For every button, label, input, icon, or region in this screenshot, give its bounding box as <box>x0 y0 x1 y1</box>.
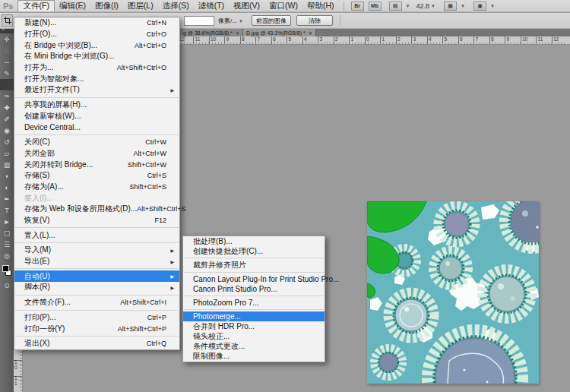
tool-button[interactable]: ✎ <box>0 68 14 79</box>
menubar-item[interactable]: 视图(V) <box>229 0 264 11</box>
menu-item-shortcut: F12 <box>154 217 166 224</box>
tool-button[interactable]: ✒ <box>0 193 14 204</box>
file-menu-item[interactable]: 打印(P)... Ctrl+P ▶ <box>14 312 179 324</box>
file-menu-item[interactable]: 打开为智能对象... ▶ <box>14 73 179 84</box>
crop-width-input[interactable] <box>184 16 214 26</box>
tool-icon: ◗ <box>5 172 8 180</box>
tool-preset-picker[interactable] <box>2 14 13 27</box>
file-menu-item[interactable]: 文件简介(F)... Alt+Shift+Ctrl+I ▶ <box>14 297 179 308</box>
file-menu-item[interactable]: 打印一份(Y) Alt+Shift+Ctrl+P ▶ <box>14 323 179 334</box>
arrange-documents-dropdown[interactable]: ▦ ▼ <box>442 2 465 11</box>
file-menu-item[interactable]: 存储(S) Ctrl+S ▶ <box>14 170 179 182</box>
tool-button[interactable]: T <box>0 204 14 216</box>
menubar-item[interactable]: 图像(I) <box>90 0 123 11</box>
menu-item-label: PhotoZoom Pro 7... <box>193 299 259 307</box>
automate-submenu-item[interactable]: Canon Layout Plug-In for Print Studio Pr… <box>183 274 325 284</box>
tool-button[interactable]: ◐ <box>0 182 14 193</box>
automate-submenu-item[interactable]: 批处理(B)... <box>183 236 325 246</box>
photoshop-logo: Ps <box>0 2 17 11</box>
automate-submenu-item[interactable]: PhotoZoom Pro 7... <box>183 298 325 308</box>
document-tab[interactable]: D.jpg @ 43.1%(RGB/8) * ✕ <box>243 29 316 36</box>
automate-submenu-item[interactable]: 限制图像... <box>183 352 325 362</box>
submenu-arrow-icon: ▶ <box>168 273 174 279</box>
tool-button[interactable]: ☰ <box>0 239 14 250</box>
file-menu-item[interactable]: 在 Mini Bridge 中浏览(G)... ▶ <box>14 51 179 62</box>
bridge-launch-icon[interactable]: Br <box>351 2 364 11</box>
horizontal-ruler-scale: 12 11 10 9 8 7 6 5 4 3 2 1 0 1 2 3 <box>178 36 568 45</box>
file-menu-item[interactable]: 打开为... Alt+Shift+Ctrl+O ▶ <box>14 62 179 74</box>
document-image[interactable] <box>367 201 539 384</box>
automate-submenu-item[interactable]: 镜头校正... <box>183 332 325 342</box>
menubar-item[interactable]: 编辑(E) <box>55 0 90 11</box>
file-menu-item[interactable]: 最近打开文件(T) ▶ <box>14 84 179 96</box>
file-menu-item[interactable]: 在 Bridge 中浏览(B)... Alt+Ctrl+O ▶ <box>14 40 179 51</box>
file-menu-item[interactable]: 关闭并转到 Bridge... Shift+Ctrl+W ▶ <box>14 159 179 170</box>
tool-button[interactable]: ↺ <box>0 136 14 147</box>
menu-item-label: 条件模式更改... <box>193 341 245 352</box>
file-menu-item[interactable]: 创建新审核(W)... ▶ <box>14 111 179 122</box>
file-menu-item[interactable]: 存储为(A)... Shift+Ctrl+S ▶ <box>14 182 179 193</box>
ruler-number: 2 <box>396 36 412 45</box>
tool-button[interactable]: ◉ <box>0 125 14 136</box>
ruler-number: 6 <box>271 36 287 45</box>
file-menu-item[interactable]: 恢复(V) F12 ▶ <box>14 215 179 226</box>
tool-button[interactable] <box>0 79 14 90</box>
close-icon[interactable]: ✕ <box>236 30 239 36</box>
tool-button[interactable]: ◌ <box>0 45 14 56</box>
quick-mask-icon[interactable]: ⊙ <box>0 282 14 289</box>
tool-button[interactable]: ✐ <box>0 113 14 125</box>
tool-button[interactable]: ✛ <box>0 33 14 45</box>
file-menu-item[interactable]: 自动(U) ▶ <box>14 270 179 282</box>
clear-button[interactable]: 清除 <box>296 15 333 26</box>
color-swatches[interactable] <box>0 263 14 280</box>
screen-mode-dropdown[interactable]: ▣ ▼ <box>471 2 495 11</box>
close-icon[interactable]: ✕ <box>309 30 312 36</box>
menubar-item[interactable]: 滤镜(T) <box>194 0 229 11</box>
automate-submenu-item[interactable]: 创建快捷批处理(C)... <box>183 246 325 256</box>
submenu-arrow-icon: ▶ <box>168 87 174 93</box>
file-menu-item[interactable]: 关闭(C) Ctrl+W ▶ <box>14 137 179 148</box>
view-extras-dropdown[interactable]: ▤ ▼ <box>387 2 410 11</box>
front-image-button[interactable]: 前面的图像 <box>252 15 291 26</box>
automate-submenu-item[interactable]: Canon Print Studio Pro... <box>183 284 325 294</box>
menubar-item[interactable]: 选择(S) <box>158 0 194 11</box>
file-menu-item[interactable]: 存储为 Web 和设备所用格式(D)... Alt+Shift+Ctrl+S ▶ <box>14 204 179 215</box>
automate-submenu-item[interactable]: 裁剪并修齐照片 <box>183 260 325 270</box>
file-menu-item[interactable]: 退出(X) Ctrl+Q ▶ <box>14 338 179 349</box>
file-menu-item[interactable]: 导入(M) ▶ <box>14 245 179 256</box>
menubar-item[interactable]: 图层(L) <box>123 0 158 11</box>
menu-item-label: 在 Bridge 中浏览(B)... <box>24 40 97 51</box>
menubar-item[interactable]: 文件(F) <box>17 0 54 11</box>
tool-button[interactable]: ▱ <box>0 147 14 159</box>
tool-button[interactable]: ✚ <box>0 102 14 113</box>
document-tab[interactable]: g @ 38.6%(RGB/8) * ✕ <box>180 29 243 36</box>
tool-button[interactable]: ◎ <box>0 250 14 261</box>
menubar-item[interactable]: 窗口(W) <box>264 0 302 11</box>
menubar-item[interactable]: 帮助(H) <box>302 0 339 11</box>
tool-button[interactable]: ◗ <box>0 170 14 182</box>
menu-item-label: 存储为(A)... <box>24 182 64 192</box>
automate-submenu-item[interactable]: Photomerge... <box>183 311 325 321</box>
menu-item-shortcut: Ctrl+O <box>147 30 166 38</box>
zoom-level-dropdown[interactable]: 42.8 ▼ <box>416 2 435 10</box>
file-menu-item[interactable]: 脚本(R) ▶ <box>14 282 179 293</box>
tool-button[interactable]: ∽ <box>0 56 14 68</box>
unit-dropdown[interactable]: 像素/... ▼ <box>218 17 243 25</box>
tool-button[interactable]: ► <box>0 216 14 227</box>
file-menu-item[interactable]: 新建(N)... Ctrl+N ▶ <box>14 17 179 29</box>
foreground-color-swatch[interactable] <box>2 265 9 272</box>
file-menu-item[interactable]: 打开(O)... Ctrl+O ▶ <box>14 29 179 40</box>
ruler-number: 1 <box>380 36 396 45</box>
tool-button[interactable]: ▢ <box>0 227 14 239</box>
file-menu-item[interactable]: 共享我的屏幕(H)... ▶ <box>14 100 179 111</box>
file-menu-item[interactable]: 签入(I)... ▶ <box>14 192 179 204</box>
file-menu-item[interactable]: 关闭全部 Alt+Ctrl+W ▶ <box>14 148 179 160</box>
automate-submenu-item[interactable]: 条件模式更改... <box>183 342 325 352</box>
mini-bridge-icon[interactable]: Mb <box>369 2 382 11</box>
tool-button[interactable]: ✑ <box>0 90 14 102</box>
file-menu-item[interactable]: 置入(L)... ▶ <box>14 229 179 241</box>
automate-submenu-item[interactable]: 合并到 HDR Pro... <box>183 321 325 331</box>
file-menu-item[interactable]: Device Central... ▶ <box>14 122 179 133</box>
tool-button[interactable]: ▥ <box>0 159 14 170</box>
file-menu-item[interactable]: 导出(E) ▶ <box>14 256 179 267</box>
